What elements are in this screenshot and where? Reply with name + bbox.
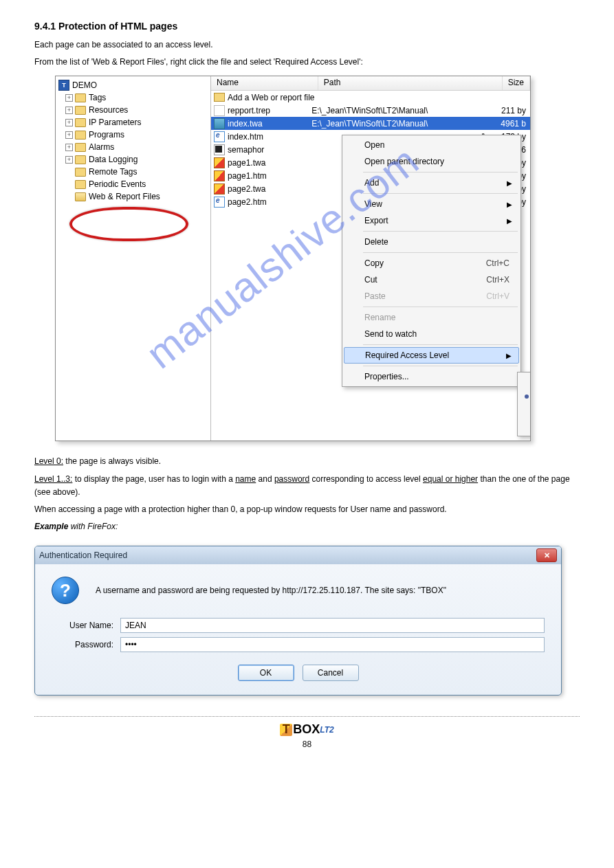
menu-export[interactable]: Export▶ bbox=[344, 212, 519, 229]
submenu-arrow-icon: ▶ bbox=[507, 217, 512, 225]
report-file-icon bbox=[214, 105, 225, 116]
password-label: Password: bbox=[52, 640, 113, 649]
page-file-icon bbox=[214, 170, 225, 181]
htm-file-icon bbox=[214, 131, 225, 142]
dialog-titlebar: Authentication Required ✕ bbox=[35, 546, 561, 564]
file-name: Add a Web or report file bbox=[228, 93, 315, 102]
folder-icon bbox=[75, 143, 86, 152]
username-label: User Name: bbox=[52, 621, 113, 630]
close-button[interactable]: ✕ bbox=[536, 548, 557, 562]
shortcut-label: Ctrl+C bbox=[486, 258, 509, 268]
body-paragraph: When accessing a page with a protection … bbox=[34, 503, 580, 516]
twinsoft-window: TDEMO +Tags +Resources +IP Parameters +P… bbox=[55, 76, 531, 441]
folder-icon bbox=[75, 118, 86, 127]
expand-icon[interactable]: + bbox=[65, 94, 73, 102]
menu-required-access-level[interactable]: Required Access Level▶ bbox=[344, 347, 519, 364]
menu-separator bbox=[363, 252, 518, 253]
question-icon: ? bbox=[52, 577, 79, 604]
col-header-path[interactable]: Path bbox=[318, 76, 503, 90]
username-input[interactable] bbox=[120, 618, 545, 633]
col-header-name[interactable]: Name bbox=[211, 76, 318, 90]
submenu-arrow-icon: ▶ bbox=[506, 352, 512, 359]
file-size: 4961 b bbox=[488, 119, 530, 129]
folder-icon bbox=[75, 155, 86, 164]
password-input[interactable] bbox=[120, 637, 545, 652]
access-level-submenu: 0 1 2 3 bbox=[517, 372, 531, 436]
tree-root[interactable]: DEMO bbox=[72, 80, 97, 90]
menu-delete[interactable]: Delete bbox=[344, 234, 519, 250]
menu-separator bbox=[363, 366, 518, 366]
list-item[interactable]: repport.trepE:\_Jean\TWinSoft\LT2\Manual… bbox=[211, 104, 530, 117]
menu-label: Export bbox=[364, 216, 388, 225]
ok-button[interactable]: OK bbox=[238, 665, 294, 681]
expand-icon[interactable]: + bbox=[65, 144, 73, 151]
file-name: semaphor bbox=[228, 145, 264, 155]
file-path: E:\_Jean\TWinSoft\LT2\Manual\ bbox=[311, 119, 488, 129]
menu-copy[interactable]: CopyCtrl+C bbox=[344, 255, 519, 271]
list-item-selected[interactable]: index.twaE:\_Jean\TWinSoft\LT2\Manual\49… bbox=[211, 117, 530, 130]
context-menu: Open Open parent directory Add▶ View▶ Ex… bbox=[342, 135, 521, 387]
expand-icon[interactable]: + bbox=[65, 131, 73, 139]
tree-item[interactable]: Data Logging bbox=[89, 155, 138, 164]
tree-item[interactable]: Tags bbox=[89, 93, 106, 102]
body-paragraph: Example with FireFox: bbox=[34, 520, 580, 533]
folder-icon bbox=[75, 106, 86, 115]
dialog-title: Authentication Required bbox=[39, 550, 127, 560]
menu-cut[interactable]: CutCtrl+X bbox=[344, 271, 519, 288]
body-paragraph: Each page can be associated to an access… bbox=[34, 38, 580, 52]
folder-icon bbox=[75, 93, 86, 102]
menu-separator bbox=[363, 344, 518, 345]
folder-icon bbox=[75, 168, 86, 177]
file-name: page2.twa bbox=[228, 184, 265, 194]
app-icon: T bbox=[58, 80, 69, 91]
menu-separator bbox=[363, 307, 518, 307]
folder-icon bbox=[75, 131, 86, 140]
body-paragraph: Level 1..3: to display the page, user ha… bbox=[34, 473, 580, 499]
tbox-logo: TBOXLT2 bbox=[280, 722, 333, 737]
menu-view[interactable]: View▶ bbox=[344, 196, 519, 212]
tree-item[interactable]: Alarms bbox=[89, 142, 114, 152]
access-level-3[interactable]: 3 bbox=[519, 419, 531, 434]
access-level-0[interactable]: 0 bbox=[519, 374, 531, 389]
expand-icon[interactable]: + bbox=[65, 107, 73, 114]
folder-open-icon bbox=[75, 192, 86, 201]
menu-open-parent[interactable]: Open parent directory bbox=[344, 153, 519, 170]
menu-rename: Rename bbox=[344, 309, 519, 326]
tree-item[interactable]: Resources bbox=[89, 105, 128, 115]
menu-label: Add bbox=[364, 178, 379, 188]
body-paragraph: Level 0: the page is always visible. bbox=[34, 455, 580, 468]
menu-separator bbox=[363, 193, 518, 194]
auth-dialog: Authentication Required ✕ ? A username a… bbox=[34, 546, 562, 695]
tree-item[interactable]: Periodic Events bbox=[89, 179, 146, 189]
tree-item[interactable]: Programs bbox=[89, 130, 124, 140]
access-level-2[interactable]: 2 bbox=[519, 404, 531, 419]
tree-item-web-report[interactable]: Web & Report Files bbox=[89, 192, 160, 201]
bullet-icon bbox=[525, 394, 529, 399]
footer-separator bbox=[34, 716, 580, 717]
project-tree[interactable]: TDEMO +Tags +Resources +IP Parameters +P… bbox=[56, 76, 211, 441]
menu-separator bbox=[363, 231, 518, 232]
file-path: E:\_Jean\TWinSoft\LT2\Manual\ bbox=[311, 106, 488, 115]
image-file-icon bbox=[214, 144, 225, 155]
page-file-icon bbox=[214, 157, 225, 168]
menu-label: Required Access Level bbox=[365, 350, 449, 360]
folder-icon bbox=[75, 180, 86, 189]
expand-icon[interactable]: + bbox=[65, 119, 73, 126]
menu-separator bbox=[363, 172, 518, 173]
menu-paste: PasteCtrl+V bbox=[344, 288, 519, 304]
menu-open[interactable]: Open bbox=[344, 137, 519, 153]
menu-label: Cut bbox=[364, 275, 377, 285]
access-level-1[interactable]: 1 bbox=[519, 389, 531, 404]
menu-send-to-watch[interactable]: Send to watch bbox=[344, 326, 519, 342]
list-item-add[interactable]: Add a Web or report file bbox=[211, 91, 530, 104]
menu-add[interactable]: Add▶ bbox=[344, 175, 519, 191]
menu-label: Paste bbox=[364, 291, 386, 301]
shortcut-label: Ctrl+V bbox=[486, 291, 509, 301]
tree-item[interactable]: IP Parameters bbox=[89, 118, 141, 127]
menu-properties[interactable]: Properties... bbox=[344, 368, 519, 385]
cancel-button[interactable]: Cancel bbox=[303, 665, 359, 681]
body-paragraph: From the list of 'Web & Report Files', r… bbox=[34, 56, 580, 69]
tree-item[interactable]: Remote Tags bbox=[89, 167, 137, 177]
col-header-size[interactable]: Size bbox=[503, 76, 530, 90]
expand-icon[interactable]: + bbox=[65, 156, 73, 164]
